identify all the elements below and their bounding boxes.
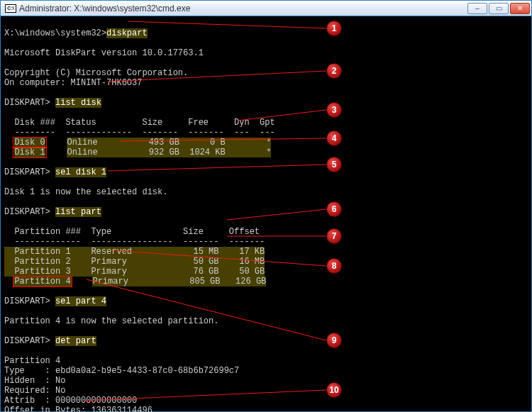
diskpart-prompt: DISKPART> — [4, 98, 50, 108]
cmd-list-disk: list disk — [55, 98, 101, 108]
det-attrib: Attrib : 0000000000000000 — [4, 396, 137, 406]
partition-4-label: Partition 4 — [13, 276, 72, 287]
minimize-button[interactable]: – — [467, 3, 487, 14]
det-required: Required: No — [4, 386, 65, 396]
copyright: Copyright (C) Microsoft Corporation. — [4, 68, 188, 78]
close-button[interactable]: ✕ — [510, 3, 530, 14]
callout-7: 7 — [326, 228, 342, 244]
disk1-label: Disk 1 — [14, 147, 45, 157]
disk1-row: Online 932 GB 1024 KB * — [67, 147, 271, 157]
disk-divider: -------- ------------- ------- ------- -… — [4, 128, 275, 138]
partition-2: Partition 2 Primary 50 GB 16 MB — [4, 257, 265, 267]
callout-3: 3 — [326, 102, 342, 118]
cmd-det-part: det part — [55, 336, 96, 346]
callout-9: 9 — [326, 333, 342, 348]
partition-1: Partition 1 Reserved 15 MB 17 KB — [4, 247, 265, 257]
callout-6: 6 — [326, 201, 342, 217]
callout-2: 2 — [326, 63, 342, 79]
diskpart-prompt: DISKPART> — [4, 336, 50, 346]
computer-name: On computer: MININT-7HK6O37 — [4, 78, 142, 88]
callout-5: 5 — [326, 157, 342, 172]
det-hidden: Hidden : No — [4, 376, 65, 386]
diskpart-version: Microsoft DiskPart version 10.0.17763.1 — [4, 48, 204, 58]
window-title: Administrator: X:\windows\system32\cmd.e… — [19, 4, 466, 13]
det-type: Type : ebd0a0a2-b9e5-4433-87c0-68b6b7269… — [4, 366, 239, 376]
callout-10: 10 — [326, 382, 342, 398]
disk0-row: Online 493 GB 0 B * — [67, 138, 271, 147]
det-title: Partition 4 — [4, 356, 60, 366]
part-header: Partition ### Type Size Offset — [4, 227, 260, 237]
disk-header: Disk ### Status Size Free Dyn Gpt — [4, 118, 275, 128]
part-selected-msg: Partition 4 is now the selected partitio… — [4, 316, 218, 326]
callout-1: 1 — [326, 21, 342, 36]
cmd-window: C:\ Administrator: X:\windows\system32\c… — [0, 0, 532, 412]
diskpart-prompt: DISKPART> — [4, 207, 50, 217]
titlebar[interactable]: C:\ Administrator: X:\windows\system32\c… — [1, 1, 531, 16]
cmd-list-part: list part — [55, 207, 101, 217]
cmd-sel-part: sel part 4 — [55, 296, 106, 306]
prompt-path: X:\windows\system32> — [4, 28, 106, 38]
part-divider: ------------- ---------------- ------- -… — [4, 237, 265, 247]
diskpart-prompt: DISKPART> — [4, 167, 50, 177]
disk-selected-msg: Disk 1 is now the selected disk. — [4, 187, 167, 197]
maximize-button[interactable]: ▭ — [489, 3, 509, 14]
det-offset: Offset in Bytes: 136363114496 — [4, 406, 153, 412]
diskpart-prompt: DISKPART> — [4, 296, 50, 306]
cmd-diskpart: diskpart — [106, 28, 148, 38]
cmd-icon: C:\ — [5, 4, 16, 13]
partition-4-row: Primary 805 GB 126 GB — [92, 277, 266, 286]
partition-3: Partition 3 Primary 76 GB 50 GB — [4, 267, 265, 277]
cmd-sel-disk: sel disk 1 — [55, 167, 106, 177]
callout-8: 8 — [326, 258, 342, 274]
terminal-output[interactable]: X:\windows\system32>diskpart Microsoft D… — [1, 16, 531, 411]
disk0-label: Disk 0 — [14, 138, 45, 147]
callout-4: 4 — [326, 130, 342, 146]
